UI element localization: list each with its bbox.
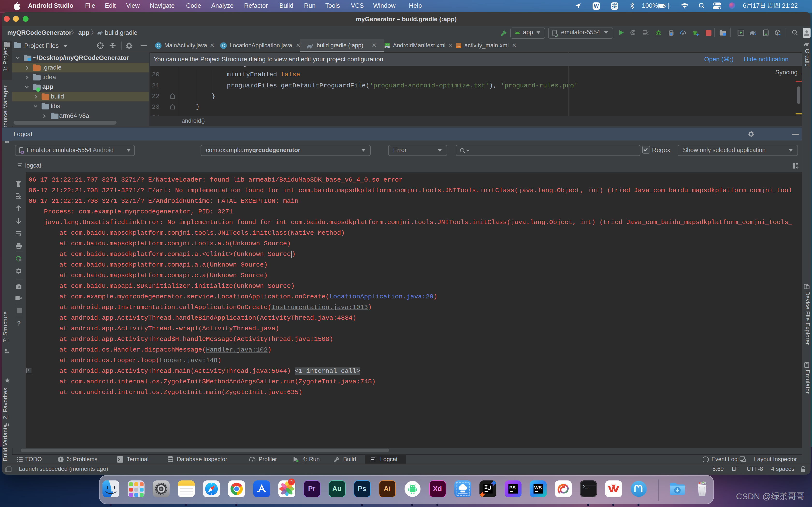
svg-text:C: C	[222, 43, 225, 48]
svg-text:PS: PS	[509, 485, 515, 490]
svg-text:MF: MF	[386, 46, 389, 48]
svg-text:C: C	[157, 43, 160, 48]
svg-text:<>: <>	[457, 46, 460, 48]
svg-text:>_: >_	[582, 484, 588, 489]
svg-text:WS: WS	[534, 485, 541, 490]
